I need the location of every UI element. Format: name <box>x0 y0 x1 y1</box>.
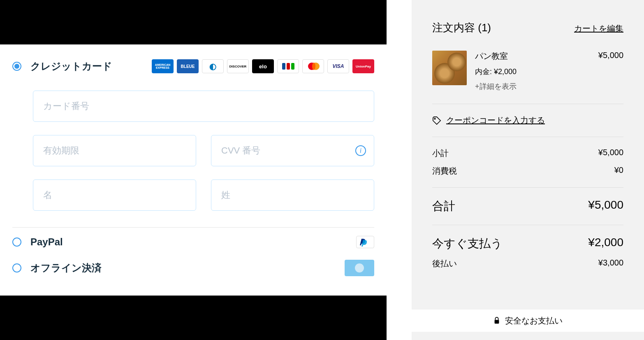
payment-option-offline[interactable]: オフライン決済 <box>12 252 374 282</box>
card-number-input[interactable] <box>33 91 374 122</box>
secure-text: 安全なお支払い <box>505 315 563 326</box>
expiry-input[interactable] <box>33 135 196 166</box>
elo-icon: elo <box>252 59 274 73</box>
first-name-input[interactable] <box>33 179 196 211</box>
coupon-link[interactable]: クーポンコードを入力する <box>432 104 623 137</box>
edit-cart-link[interactable]: カートを編集 <box>574 23 623 34</box>
tax-value: ¥0 <box>614 165 623 177</box>
total-label: 合計 <box>432 198 455 214</box>
svg-point-6 <box>434 118 436 119</box>
amex-icon: AMERICANEXPRESS <box>152 59 174 73</box>
subtotal-section: 小計 ¥5,000 消費税 ¥0 <box>432 137 623 188</box>
lock-icon <box>493 317 500 324</box>
cvv-input[interactable] <box>211 135 374 166</box>
svg-rect-7 <box>494 320 499 324</box>
header-placeholder <box>0 0 387 44</box>
svg-rect-0 <box>282 63 285 70</box>
payment-option-credit-card[interactable]: クレジットカード AMERICANEXPRESS BLEUE ◐ DISCOVE… <box>12 57 374 78</box>
last-name-input[interactable] <box>211 179 374 211</box>
diners-icon: ◐ <box>202 59 224 73</box>
cash-icon <box>345 260 374 276</box>
jcb-icon <box>277 59 299 73</box>
item-name: パン教室 <box>475 51 508 62</box>
bleue-icon: BLEUE <box>177 59 199 73</box>
payment-panel: クレジットカード AMERICANEXPRESS BLEUE ◐ DISCOVE… <box>0 0 387 340</box>
footer-placeholder <box>0 296 387 340</box>
tax-label: 消費税 <box>432 165 457 177</box>
credit-card-label: クレジットカード <box>30 60 152 73</box>
svg-rect-1 <box>287 63 290 70</box>
discover-icon: DISCOVER <box>227 59 249 73</box>
subtotal-label: 小計 <box>432 148 449 159</box>
svg-point-5 <box>312 63 315 70</box>
paynow-section: 今すぐ支払う ¥2,000 後払い ¥3,000 <box>432 225 623 280</box>
svg-rect-2 <box>291 63 294 70</box>
paylater-label: 後払い <box>432 258 457 269</box>
order-title: 注文内容 (1) <box>432 21 491 35</box>
total-section: 合計 ¥5,000 <box>432 188 623 225</box>
paypal-label: PayPal <box>30 236 356 248</box>
total-value: ¥5,000 <box>588 198 623 214</box>
cvv-info-icon[interactable]: i <box>355 145 366 156</box>
paynow-value: ¥2,000 <box>588 236 623 252</box>
item-price: ¥5,000 <box>598 51 623 62</box>
payment-methods-section: クレジットカード AMERICANEXPRESS BLEUE ◐ DISCOVE… <box>0 44 387 282</box>
paynow-label: 今すぐ支払う <box>432 236 503 252</box>
card-brand-icons: AMERICANEXPRESS BLEUE ◐ DISCOVER elo VIS… <box>152 59 374 73</box>
visa-icon: VISA <box>327 59 349 73</box>
radio-offline[interactable] <box>12 263 21 272</box>
offline-label: オフライン決済 <box>30 261 345 275</box>
item-deposit: 内金: ¥2,000 <box>475 67 623 77</box>
coupon-text: クーポンコードを入力する <box>446 115 545 126</box>
credit-card-form: i <box>12 78 374 223</box>
paypal-icon <box>356 236 374 248</box>
order-item: パン教室 ¥5,000 内金: ¥2,000 +詳細を表示 <box>432 51 623 104</box>
secure-footer: 安全なお支払い <box>412 310 644 332</box>
payment-option-paypal[interactable]: PayPal <box>12 227 374 252</box>
paylater-value: ¥3,000 <box>598 258 623 269</box>
item-thumbnail <box>432 51 467 85</box>
radio-paypal[interactable] <box>12 238 21 247</box>
unionpay-icon: UnionPay <box>352 59 374 73</box>
tag-icon <box>432 116 441 125</box>
item-more-link[interactable]: +詳細を表示 <box>475 82 623 91</box>
subtotal-value: ¥5,000 <box>598 148 623 159</box>
mastercard-icon <box>302 59 324 73</box>
order-summary-panel: 注文内容 (1) カートを編集 パン教室 ¥5,000 内金: ¥2,000 +… <box>412 0 644 340</box>
radio-credit-card[interactable] <box>12 62 21 71</box>
